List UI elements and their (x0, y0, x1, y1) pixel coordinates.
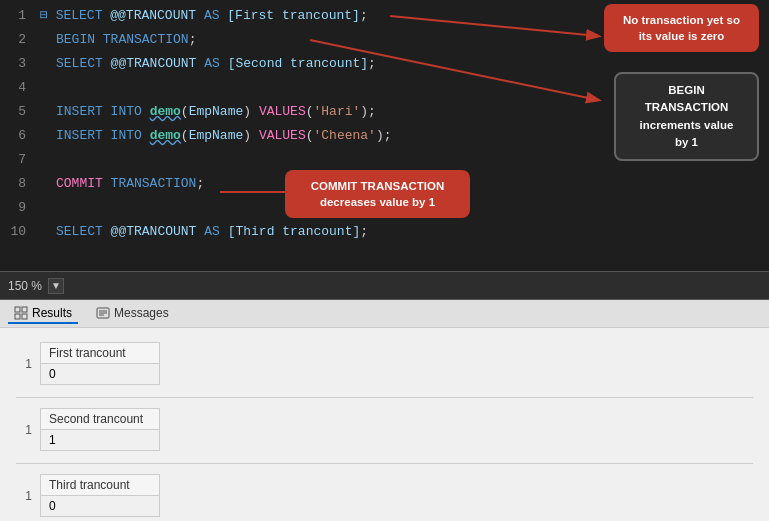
svg-rect-8 (22, 314, 27, 319)
result-row-container-3: 1 Third trancount 0 (16, 474, 753, 517)
svg-rect-7 (15, 314, 20, 319)
table-row: 0 (41, 496, 160, 517)
callout-commit-transaction: COMMIT TRANSACTIONdecreases value by 1 (285, 170, 470, 218)
row-num-2: 1 (16, 423, 32, 437)
zoom-level: 150 % (8, 279, 42, 293)
callout-begin-transaction: BEGINTRANSACTIONincrements valueby 1 (614, 72, 759, 161)
col-header-second-trancount: Second trancount (41, 409, 160, 430)
result-section-1: 1 First trancount 0 (16, 336, 753, 393)
results-area: Results Messages 1 First (0, 300, 769, 521)
col-header-first-trancount: First trancount (41, 343, 160, 364)
row-num-3: 1 (16, 489, 32, 503)
svg-rect-6 (22, 307, 27, 312)
tab-messages-label: Messages (114, 306, 169, 320)
zoom-down-button[interactable]: ▼ (48, 278, 64, 294)
line-numbers: 1 2 3 4 5 6 7 8 9 10 (0, 0, 32, 271)
cell-second-trancount: 1 (41, 430, 160, 451)
cell-first-trancount: 0 (41, 364, 160, 385)
tab-messages[interactable]: Messages (90, 304, 175, 324)
tab-results-label: Results (32, 306, 72, 320)
results-icon (14, 306, 28, 320)
svg-rect-5 (15, 307, 20, 312)
result-table-3: Third trancount 0 (40, 474, 160, 517)
results-content: 1 First trancount 0 (0, 328, 769, 521)
toolbar: 150 % ▼ (0, 272, 769, 300)
result-section-2: 1 Second trancount 1 (16, 402, 753, 459)
table-row: 1 (41, 430, 160, 451)
result-row-container-2: 1 Second trancount 1 (16, 408, 753, 451)
divider-2 (16, 463, 753, 464)
code-line-10: SELECT @@TRANCOUNT AS [Third trancount] … (32, 220, 769, 244)
callout-no-transaction: No transaction yet soits value is zero (604, 4, 759, 52)
result-section-3: 1 Third trancount 0 (16, 468, 753, 521)
result-table-2: Second trancount 1 (40, 408, 160, 451)
table-row: 0 (41, 364, 160, 385)
code-editor: 1 2 3 4 5 6 7 8 9 10 ⊟ SELECT @@TRANCOUN… (0, 0, 769, 272)
col-header-third-trancount: Third trancount (41, 475, 160, 496)
divider-1 (16, 397, 753, 398)
result-table-1: First trancount 0 (40, 342, 160, 385)
cell-third-trancount: 0 (41, 496, 160, 517)
tab-results[interactable]: Results (8, 304, 78, 324)
messages-icon (96, 306, 110, 320)
row-num-1: 1 (16, 357, 32, 371)
result-row-container-1: 1 First trancount 0 (16, 342, 753, 385)
results-tabs: Results Messages (0, 300, 769, 328)
